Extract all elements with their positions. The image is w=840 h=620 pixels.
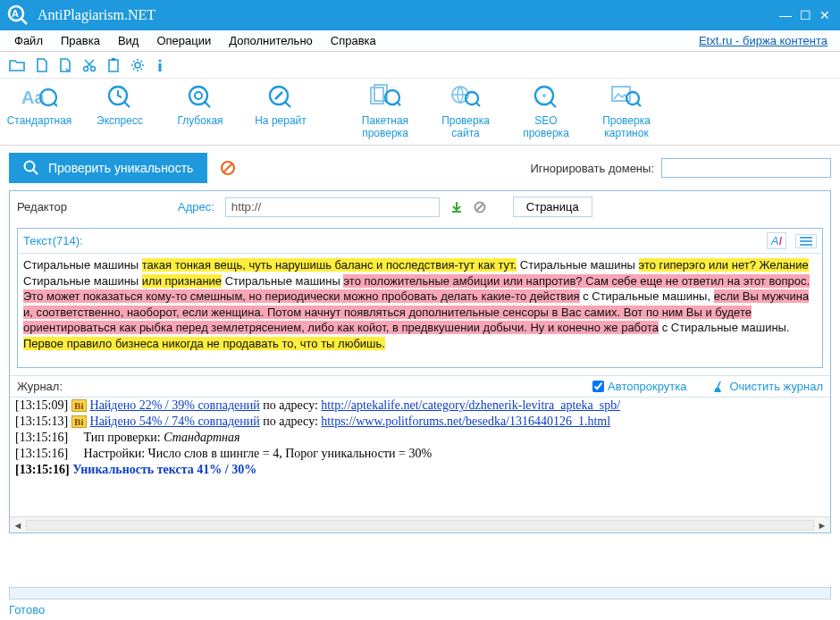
seo-label: SEO проверка (514, 114, 578, 139)
block-icon[interactable] (474, 201, 486, 214)
mode-rewrite[interactable]: На рерайт (248, 82, 313, 127)
express-icon (106, 82, 133, 113)
svg-text:Aa: Aa (21, 88, 45, 107)
progress-bar (9, 587, 831, 599)
check-uniqueness-button[interactable]: Проверить уникальность (9, 153, 207, 183)
svg-line-32 (637, 103, 641, 106)
cancel-icon[interactable] (220, 160, 236, 176)
svg-text:A: A (12, 8, 19, 19)
site-icon (450, 82, 481, 113)
autoscroll-checkbox[interactable]: Автопрокрутка (592, 380, 686, 393)
ignore-label: Игнорировать домены: (530, 162, 654, 175)
clear-journal-button[interactable]: Очистить журнал (711, 380, 823, 393)
svg-line-39 (476, 204, 483, 211)
deep-icon (187, 82, 214, 113)
journal-label: Журнал: (17, 380, 63, 393)
svg-line-34 (33, 170, 38, 174)
menubar: Файл Правка Вид Операции Дополнительно С… (0, 30, 840, 52)
address-input[interactable] (225, 197, 440, 217)
batch-check[interactable]: Пакетная проверка (353, 82, 417, 139)
journal-header: Журнал: Автопрокрутка Очистить журнал (10, 375, 830, 397)
site-label: Проверка сайта (433, 114, 498, 139)
toolbar (0, 52, 840, 79)
editor-panel: Редактор Адрес: Страница Текст(714): AI … (9, 190, 831, 533)
menu-file[interactable]: Файл (5, 32, 52, 49)
info-icon[interactable] (155, 58, 164, 72)
cut-icon[interactable] (82, 58, 97, 72)
scroll-left-icon[interactable]: ◄ (10, 520, 26, 531)
svg-rect-9 (159, 63, 162, 71)
paste-icon[interactable] (107, 58, 120, 72)
svg-line-14 (124, 102, 130, 107)
mode-standard-label: Стандартная (7, 114, 72, 127)
ext-link-etxt[interactable]: Etxt.ru - биржа контента (699, 34, 835, 47)
site-check[interactable]: Проверка сайта (433, 82, 498, 139)
svg-point-28 (542, 94, 546, 97)
svg-line-19 (285, 102, 290, 107)
svg-line-17 (205, 102, 210, 107)
mode-express[interactable]: Экспресс (88, 82, 152, 127)
menu-view[interactable]: Вид (109, 32, 148, 49)
svg-rect-6 (112, 58, 115, 61)
svg-line-26 (476, 103, 480, 106)
svg-point-8 (159, 59, 162, 62)
image-label: Проверка картинок (594, 114, 659, 139)
mode-express-label: Экспресс (97, 114, 143, 127)
svg-line-29 (550, 102, 556, 107)
journal-list[interactable]: [13:15:09]BiНайдено 22% / 39% совпадений… (10, 397, 830, 516)
menu-edit[interactable]: Правка (52, 32, 109, 49)
journal-row: [13:15:13]BiНайдено 54% / 74% совпадений… (15, 414, 825, 430)
seo-check[interactable]: SEO проверка (514, 82, 578, 139)
svg-line-36 (223, 163, 232, 172)
editor-label: Редактор (17, 200, 67, 214)
seo-icon (533, 82, 559, 113)
mode-standard[interactable]: Aa Стандартная (7, 82, 71, 127)
settings-icon[interactable] (130, 58, 145, 72)
scroll-right-icon[interactable]: ► (814, 520, 830, 531)
open-folder-icon[interactable] (9, 58, 25, 72)
svg-line-1 (21, 19, 27, 24)
text-content[interactable]: Стиральные машины такая тонкая вещь, чут… (18, 254, 822, 367)
svg-point-16 (195, 92, 202, 99)
broom-icon (711, 381, 724, 393)
svg-line-43 (718, 381, 720, 388)
maximize-button[interactable]: ☐ (795, 5, 815, 25)
journal-row: [13:15:16] Настройки: Число слов в шингл… (15, 446, 825, 462)
text-format-icon[interactable]: AI (767, 232, 786, 249)
mode-deep[interactable]: Глубокая (168, 82, 232, 127)
titlebar: A AntiPlagiarism.NET — ☐ ✕ (0, 0, 840, 30)
svg-line-12 (54, 103, 57, 106)
batch-label: Пакетная проверка (353, 114, 417, 139)
journal-row: [13:15:16] Тип проверки: Стандартная (15, 430, 825, 446)
page-tab-button[interactable]: Страница (513, 197, 592, 217)
ignore-domains-input[interactable] (661, 158, 831, 178)
check-btn-label: Проверить уникальность (48, 161, 193, 175)
image-check[interactable]: Проверка картинок (594, 82, 659, 139)
menu-operations[interactable]: Операции (147, 32, 220, 49)
svg-line-23 (397, 102, 400, 105)
journal-row: [13:15:09]BiНайдено 22% / 39% совпадений… (15, 398, 825, 414)
svg-point-33 (25, 162, 35, 172)
minimize-button[interactable]: — (776, 5, 795, 25)
close-button[interactable]: ✕ (815, 5, 835, 25)
rewrite-icon (267, 82, 294, 113)
standard-icon: Aa (21, 82, 57, 113)
text-count-label: Текст(714): (23, 234, 83, 247)
download-icon[interactable] (450, 201, 463, 214)
text-lines-icon[interactable] (795, 234, 817, 248)
ribbon: Aa Стандартная Экспресс Глубокая На рера… (0, 79, 840, 146)
svg-rect-5 (109, 60, 118, 71)
mode-rewrite-label: На рерайт (255, 114, 307, 127)
search-icon (23, 160, 39, 176)
horizontal-scrollbar[interactable]: ◄ ► (10, 516, 830, 532)
journal-row-result: [13:15:16] Уникальность текста 41% / 30% (15, 462, 825, 478)
address-label: Адрес: (178, 200, 214, 214)
menu-help[interactable]: Справка (322, 32, 385, 49)
app-logo-icon: A (5, 3, 30, 28)
action-row: Проверить уникальность Игнорировать доме… (0, 146, 840, 190)
new-doc-icon[interactable] (36, 58, 48, 72)
image-icon (611, 82, 642, 113)
save-icon[interactable] (59, 58, 71, 72)
text-box: Текст(714): AI Стиральные машины такая т… (17, 228, 823, 368)
menu-extra[interactable]: Дополнительно (220, 32, 322, 49)
